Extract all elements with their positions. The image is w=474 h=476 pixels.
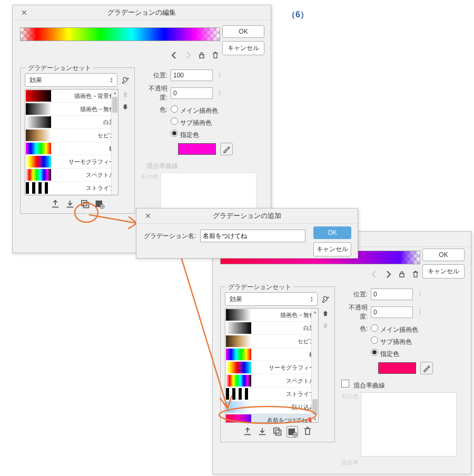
chevron-right-icon[interactable]: 〉 bbox=[218, 71, 225, 80]
gradient-preview[interactable] bbox=[20, 27, 220, 41]
mix-curve-label: 混合率曲線 bbox=[146, 162, 262, 171]
svg-rect-4 bbox=[274, 428, 279, 433]
mix-curve-checkbox[interactable] bbox=[341, 380, 349, 388]
position-label: 位置: bbox=[141, 71, 167, 80]
scrollbar[interactable]: ▴ ▾ bbox=[311, 309, 318, 422]
list-item[interactable]: ストライプ bbox=[52, 184, 118, 192]
close-icon[interactable]: ✕ bbox=[141, 209, 155, 223]
chevron-right-icon[interactable]: 〉 bbox=[418, 290, 425, 299]
scroll-up-icon: ▴ bbox=[314, 309, 317, 315]
cancel-button[interactable]: キャンセル bbox=[222, 41, 264, 55]
lock-icon[interactable] bbox=[397, 270, 407, 279]
list-item[interactable]: ストライプ bbox=[252, 390, 318, 398]
close-icon[interactable]: ✕ bbox=[17, 5, 32, 20]
add-gradient-icon[interactable] bbox=[94, 199, 105, 209]
move-up-icon[interactable]: 🡅 bbox=[121, 90, 130, 100]
opacity-input[interactable]: 0 bbox=[171, 87, 213, 99]
list-item[interactable]: セピア bbox=[52, 132, 118, 140]
trash-icon[interactable] bbox=[302, 426, 313, 437]
mix-curve-label: 混合率曲線 bbox=[353, 382, 385, 389]
set-select[interactable]: 効果 ▴▾ bbox=[225, 292, 318, 306]
specified-color-swatch[interactable] bbox=[178, 143, 216, 155]
add-gradient-icon[interactable] bbox=[287, 426, 298, 438]
opacity-label: 不透明度: bbox=[141, 84, 167, 102]
move-down-icon[interactable]: 🡇 bbox=[321, 322, 330, 331]
eyedropper-icon[interactable] bbox=[420, 362, 433, 374]
mix-rate-label: 混合率 bbox=[341, 459, 359, 467]
opacity-label: 不透明度: bbox=[341, 303, 368, 321]
list-item-new[interactable]: 名前をつけてね❤️ bbox=[252, 417, 318, 423]
list-item[interactable]: サーモグラフィー bbox=[252, 364, 318, 372]
modal-title: ✕ グラデーションの追加 bbox=[136, 209, 358, 224]
scroll-up-icon: ▴ bbox=[114, 90, 116, 96]
add-gradient-modal: ✕ グラデーションの追加 グラデーション名: OK キャンセル bbox=[136, 208, 358, 259]
dialog-title: ✕ グラデーションの編集 bbox=[13, 5, 271, 21]
list-item[interactable]: 虹 bbox=[252, 351, 318, 359]
opacity-input[interactable]: 0 bbox=[371, 306, 413, 318]
modal-ok-button[interactable]: OK bbox=[313, 226, 351, 239]
svg-rect-0 bbox=[82, 201, 87, 206]
next-icon[interactable] bbox=[183, 51, 193, 60]
lock-icon[interactable] bbox=[197, 51, 206, 60]
ok-button[interactable]: OK bbox=[422, 249, 465, 261]
modal-cancel-button[interactable]: キャンセル bbox=[313, 242, 351, 256]
gradient-set-title: グラデーションセット bbox=[226, 283, 293, 292]
prev-icon[interactable] bbox=[170, 51, 179, 60]
position-input[interactable]: 100 bbox=[171, 70, 213, 81]
color-label: 色: bbox=[141, 105, 167, 114]
duplicate-icon[interactable] bbox=[80, 199, 90, 209]
list-item[interactable]: スペクトル bbox=[52, 171, 118, 179]
preset-list[interactable]: 描画色→背景色 描画色→無色 白黒 セピア 虹 サーモグラフィー スペクトル ス… bbox=[25, 89, 118, 195]
list-item[interactable]: 描画色→背景色 bbox=[52, 92, 118, 100]
cancel-button[interactable]: キャンセル bbox=[422, 264, 465, 279]
import-icon[interactable] bbox=[257, 426, 268, 437]
radio-specified-color[interactable]: 指定色 bbox=[171, 130, 233, 140]
position-input[interactable]: 0 bbox=[371, 289, 413, 300]
wrench-icon[interactable] bbox=[121, 75, 130, 85]
page-step-label: （6） bbox=[287, 9, 309, 21]
import-icon[interactable] bbox=[65, 199, 75, 209]
move-down-icon[interactable]: 🡇 bbox=[121, 103, 130, 112]
mix-curve-canvas bbox=[361, 392, 457, 457]
wrench-icon[interactable] bbox=[321, 294, 330, 304]
ok-button[interactable]: OK bbox=[222, 25, 264, 38]
radio-main-color[interactable]: メイン描画色 bbox=[171, 105, 233, 115]
list-item[interactable]: 白黒 bbox=[52, 118, 118, 126]
preset-list[interactable]: 描画色→無色 白黒 セピア 虹 サーモグラフィー スペクトル ストライプ 貼り込… bbox=[225, 308, 319, 423]
right-color-label: 右の色 bbox=[341, 392, 359, 400]
set-select[interactable]: 効果 ▴▾ bbox=[25, 73, 117, 87]
chevron-right-icon[interactable]: 〉 bbox=[218, 88, 225, 98]
list-item[interactable]: 貼り込み bbox=[252, 403, 318, 411]
list-item[interactable]: サーモグラフィー bbox=[52, 158, 118, 166]
list-item[interactable]: 白黒 bbox=[252, 324, 318, 332]
list-item[interactable]: スペクトル bbox=[252, 377, 318, 385]
radio-specified-color[interactable]: 指定色 bbox=[371, 349, 433, 359]
dialog-title-text: グラデーションの編集 bbox=[107, 8, 176, 16]
svg-rect-1 bbox=[84, 203, 89, 208]
list-item[interactable]: 虹 bbox=[52, 145, 118, 153]
radio-sub-color[interactable]: サブ描画色 bbox=[171, 117, 233, 127]
duplicate-icon[interactable] bbox=[272, 426, 282, 437]
eyedropper-icon[interactable] bbox=[220, 143, 233, 155]
gradient-name-input[interactable] bbox=[200, 230, 305, 242]
export-icon[interactable] bbox=[50, 199, 61, 209]
next-icon[interactable] bbox=[383, 270, 393, 279]
scrollbar[interactable]: ▴ bbox=[111, 90, 118, 195]
list-item[interactable]: 描画色→無色 bbox=[52, 105, 118, 113]
scroll-down-icon: ▾ bbox=[314, 416, 317, 422]
trash-icon[interactable] bbox=[211, 51, 220, 60]
trash-icon[interactable] bbox=[411, 270, 420, 279]
edit-gradient-dialog-2: 編集 OK キャンセル 位置: 0 〉 不透明度: 0 〉 色: メイ bbox=[212, 231, 471, 474]
specified-color-swatch[interactable] bbox=[378, 362, 416, 374]
export-icon[interactable] bbox=[242, 426, 253, 437]
radio-main-color[interactable]: メイン描画色 bbox=[371, 324, 433, 334]
gradient-name-label: グラデーション名: bbox=[144, 232, 196, 241]
position-label: 位置: bbox=[341, 290, 368, 299]
gradient-set-title: グラデーションセット bbox=[26, 64, 93, 73]
prev-icon[interactable] bbox=[370, 270, 379, 279]
list-item[interactable]: セピア bbox=[252, 338, 318, 345]
move-up-icon[interactable]: 🡅 bbox=[321, 309, 330, 319]
list-item[interactable]: 描画色→無色 bbox=[252, 311, 318, 319]
radio-sub-color[interactable]: サブ描画色 bbox=[371, 336, 433, 346]
chevron-right-icon[interactable]: 〉 bbox=[418, 308, 425, 317]
